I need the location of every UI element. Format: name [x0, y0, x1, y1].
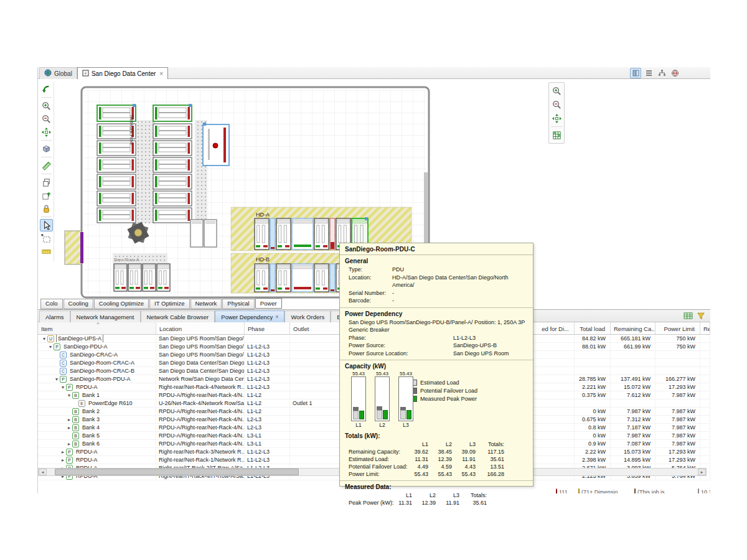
- row-value: 166.28: [476, 470, 504, 478]
- zoom-in-icon[interactable]: [40, 100, 53, 112]
- tooltip-field: Phase:L1-L2-L3: [345, 334, 528, 342]
- filter-icon[interactable]: [697, 311, 705, 322]
- field-value: HD-A/San Diego Data Center/San Diego/Nor…: [392, 274, 528, 289]
- field-value: -: [392, 289, 394, 297]
- column-header-label: Total load: [580, 325, 605, 332]
- panel-tab-label: Power Dependency: [221, 314, 273, 320]
- column-header-power-limit[interactable]: Power Limit: [655, 322, 700, 334]
- tree-toggle-icon[interactable]: ▾: [54, 375, 60, 383]
- perspective-toolbar: [630, 68, 680, 78]
- map-toolbar-left: [39, 82, 54, 261]
- toolbar-separator: [41, 217, 52, 217]
- view-tab-network[interactable]: Network: [190, 299, 222, 309]
- grid-layout-icon[interactable]: [550, 129, 563, 141]
- column-header-phase[interactable]: Phase: [245, 322, 290, 334]
- location-cell: RPDU-A/Right-rear/Net-Rack-4/N...: [156, 432, 245, 439]
- panel-tab-network-cable-browser[interactable]: Network Cable Browser: [141, 310, 215, 322]
- view-tab-cooling[interactable]: Cooling: [63, 299, 93, 309]
- table-icon[interactable]: [684, 311, 693, 322]
- copy-icon[interactable]: [40, 176, 53, 189]
- equipment-type-icon: B: [72, 408, 79, 415]
- gauge-box: [398, 376, 413, 421]
- scroll-right-arrow[interactable]: ►: [698, 469, 706, 475]
- row-value: 55.43: [452, 470, 476, 478]
- tree-toggle-icon[interactable]: ▸: [66, 424, 72, 431]
- capacity-legend: Estimated LoadPotential Failover LoadMea…: [411, 378, 477, 403]
- column-header-label: ed for Di...: [542, 325, 569, 332]
- re-cell: [700, 432, 710, 439]
- close-icon[interactable]: ×: [159, 70, 163, 77]
- zoom-fit-icon[interactable]: [40, 126, 53, 138]
- panel-tab-alarms[interactable]: Alarms: [39, 310, 70, 322]
- zoom-out-icon[interactable]: [40, 113, 53, 125]
- view-tab-it-optimize[interactable]: IT Optimize: [149, 299, 189, 309]
- item-label: PowerEdge R610: [87, 399, 134, 407]
- power-limit-cell: [655, 359, 700, 366]
- view-tab-colo[interactable]: Colo: [40, 299, 63, 309]
- undo-arrow-icon[interactable]: [40, 83, 53, 95]
- item-cell: BBank 2: [38, 408, 156, 415]
- cube-3d-icon[interactable]: [40, 142, 53, 155]
- view-tab-power[interactable]: Power: [255, 298, 282, 309]
- tree-toggle-icon[interactable]: ▸: [66, 440, 72, 447]
- server-icon: [698, 489, 699, 493]
- marquee-select-icon[interactable]: [40, 232, 53, 245]
- column-header-item[interactable]: Item^: [38, 322, 156, 334]
- row-value: 4.43: [452, 463, 476, 470]
- tile-view-icon[interactable]: [630, 68, 641, 78]
- total-load-cell: 0.375 kW: [575, 391, 611, 399]
- total-load-cell: 2.221 kW: [575, 383, 611, 391]
- editor-tab-global[interactable]: Global: [39, 67, 77, 79]
- tree-toggle-icon[interactable]: ▸: [60, 456, 66, 464]
- column-header-total-load[interactable]: Total load: [575, 322, 611, 334]
- item-cell: ▸BBank 6: [38, 440, 156, 447]
- tree-toggle-icon[interactable]: ▾: [60, 383, 66, 391]
- row-value: 55.43: [405, 470, 428, 478]
- status-text: 10.125...: [701, 489, 710, 493]
- ruler-icon[interactable]: [40, 245, 53, 258]
- lock-icon[interactable]: [40, 202, 53, 215]
- perforated-tiles-network: [136, 120, 155, 223]
- phase-cell: L1-L2-L3: [245, 383, 290, 391]
- close-icon[interactable]: ×: [275, 314, 278, 320]
- panel-tab-power-dependency[interactable]: Power Dependency×: [215, 310, 284, 322]
- zoom-out-icon[interactable]: [550, 98, 563, 111]
- tree-toggle-icon[interactable]: ▾: [66, 391, 72, 399]
- failover-load-bar: [400, 407, 406, 410]
- column-header-location[interactable]: Location: [156, 322, 245, 334]
- editor-tab-san-diego-data-center[interactable]: San Diego Data Center×: [77, 67, 168, 79]
- row-value: 12.39: [412, 499, 436, 506]
- row-value: 13.51: [476, 463, 504, 470]
- item-cell: ▸BBank 4: [38, 424, 156, 431]
- item-cell: ▾PSanDiego-Room-PDU-A: [38, 375, 156, 383]
- item-cell: EPowerEdge R610: [38, 399, 156, 407]
- panel-tab-network-management[interactable]: Network Management: [70, 310, 141, 322]
- column-header-re[interactable]: Re: [700, 322, 710, 334]
- measure-icon[interactable]: [40, 159, 53, 172]
- column-header-remaining-ca-[interactable]: Remaining Ca...: [611, 322, 655, 334]
- remaining-capacity-cell: 7.987 kW: [611, 432, 655, 439]
- zoom-in-icon[interactable]: [550, 85, 563, 97]
- list-view-icon[interactable]: [643, 68, 654, 78]
- export-icon[interactable]: [40, 189, 53, 202]
- remaining-capacity-cell: [611, 359, 655, 366]
- gauge-limit-value: 55.43: [375, 371, 390, 376]
- zoom-fit-icon[interactable]: [550, 112, 563, 124]
- tree-toggle-icon[interactable]: ▸: [60, 448, 66, 455]
- panel-tab-work-orders[interactable]: Work Orders: [284, 310, 331, 322]
- tree-toggle-icon[interactable]: ▾: [47, 343, 54, 350]
- scrollbar-thumb[interactable]: [55, 469, 299, 475]
- tree-toggle-icon[interactable]: ▾: [41, 335, 47, 342]
- globe-view-icon[interactable]: [669, 68, 680, 78]
- pointer-icon[interactable]: [40, 219, 53, 231]
- network-enclosure[interactable]: [203, 123, 229, 166]
- scroll-left-arrow[interactable]: ◄: [39, 469, 47, 475]
- tree-view-icon[interactable]: [656, 68, 667, 78]
- editor-tab-label: Global: [54, 70, 72, 77]
- tree-toggle-icon[interactable]: ▸: [66, 416, 72, 423]
- view-tab-cooling-optimize[interactable]: Cooling Optimize: [94, 299, 149, 309]
- toolbar-separator: [41, 97, 52, 98]
- power-limit-cell: 17.293 kW: [655, 383, 700, 391]
- view-tab-physical[interactable]: Physical: [222, 299, 254, 309]
- peak-power-bar: [383, 410, 388, 419]
